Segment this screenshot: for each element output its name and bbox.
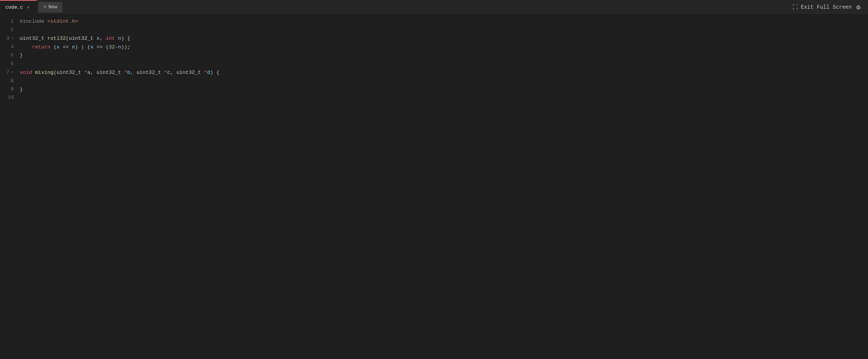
line-number: 7 ▾	[5, 68, 14, 76]
line-number: 5	[5, 52, 14, 60]
line-numbers: 1 2 3 ▾ 4 5 6 7 ▾ 8 9 10	[0, 14, 18, 359]
tab-label: code.c	[5, 5, 23, 10]
line-number: 8	[5, 77, 14, 85]
tab-bar-left: code.c ✕ + New	[0, 0, 63, 14]
code-line-5: }	[20, 52, 868, 60]
exit-fullscreen-label: Exit Full Screen	[801, 4, 852, 10]
code-line-2	[20, 26, 868, 34]
line-number: 1	[5, 17, 14, 26]
exit-fullscreen-button[interactable]: ⛶ Exit Full Screen	[793, 4, 852, 10]
code-line-9: }	[20, 85, 868, 94]
line-number: 6	[5, 60, 14, 68]
line-number: 2	[5, 26, 14, 34]
fold-arrow-3[interactable]: ▾	[12, 36, 14, 41]
code-line-6	[20, 60, 868, 68]
line-number: 9	[5, 85, 14, 94]
line-number: 4	[5, 43, 14, 51]
fold-arrow-7[interactable]: ▾	[12, 70, 14, 75]
line-number: 10	[5, 94, 14, 102]
tab-bar: code.c ✕ + New ⛶ Exit Full Screen ⚙	[0, 0, 868, 14]
code-line-4: return (x << n) | (x >> (32-n));	[20, 43, 868, 51]
code-content[interactable]: #include <stdint.h> uint32_t rotl32(uint…	[18, 14, 868, 359]
new-file-button[interactable]: + New	[38, 2, 63, 12]
tab-close-icon[interactable]: ✕	[25, 5, 31, 11]
code-line-8	[20, 77, 868, 85]
plus-icon: +	[44, 4, 47, 10]
fullscreen-icon: ⛶	[793, 4, 798, 10]
line-number: 3 ▾	[5, 34, 14, 43]
tab-code-c[interactable]: code.c ✕	[0, 0, 37, 14]
code-line-3: uint32_t rotl32(uint32_t x, int n) {	[20, 34, 868, 43]
new-button-label: New	[49, 4, 57, 10]
code-line-7: void mixing(uint32_t *a, uint32_t *b, ui…	[20, 68, 868, 76]
code-line-1: #include <stdint.h>	[20, 17, 868, 26]
code-line-10	[20, 94, 868, 102]
tab-bar-right: ⛶ Exit Full Screen ⚙	[793, 3, 868, 11]
editor-area: 1 2 3 ▾ 4 5 6 7 ▾ 8 9 10 #include <stdin…	[0, 14, 868, 359]
settings-icon[interactable]: ⚙	[856, 3, 860, 11]
